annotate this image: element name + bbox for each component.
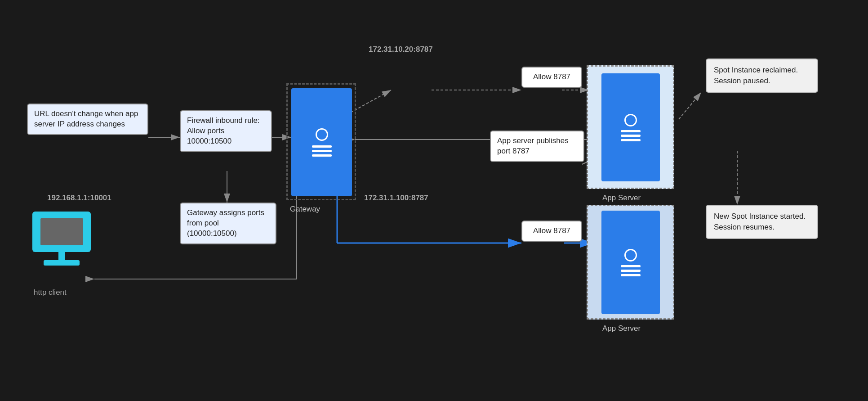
gateway-server-lines <box>312 145 332 157</box>
app-server-top-line1 <box>621 130 641 132</box>
url-change-box: URL doesn't change when app server IP ad… <box>27 104 148 135</box>
gateway-server-line1 <box>312 145 332 148</box>
monitor-body <box>32 212 91 252</box>
app-server-top-outer <box>587 65 674 189</box>
new-spot-note: New Spot Instance started. Session resum… <box>706 205 818 239</box>
monitor-stand <box>58 252 65 260</box>
addr-top-label: 172.31.10.20:8787 <box>369 45 433 54</box>
gateway-server-line2 <box>312 150 332 152</box>
gateway-server-circle <box>316 128 328 141</box>
gateway-label: Gateway <box>290 205 320 214</box>
client-addr-label: 192.168.1.1:10001 <box>47 194 111 203</box>
http-client-label: http client <box>34 288 67 297</box>
app-server-top-circle <box>624 114 637 126</box>
allow-8787-top: Allow 8787 <box>521 67 582 88</box>
addr-bottom-label: 172.31.1.100:8787 <box>364 194 428 203</box>
gateway-server-outer <box>286 83 356 200</box>
svg-line-7 <box>351 90 391 113</box>
app-server-bottom-line2 <box>621 270 641 272</box>
app-server-bottom-line1 <box>621 265 641 267</box>
http-client <box>32 212 91 266</box>
app-server-top-line3 <box>621 139 641 141</box>
allow-8787-bottom: Allow 8787 <box>521 221 582 242</box>
app-server-top-line2 <box>621 135 641 137</box>
app-server-bottom-line3 <box>621 274 641 276</box>
svg-line-17 <box>679 92 701 119</box>
app-server-top-label: App Server <box>602 194 641 203</box>
app-server-bottom-lines <box>621 265 641 276</box>
app-server-publishes-box: App server publishes port 8787 <box>490 131 584 162</box>
monitor-screen <box>40 218 83 245</box>
monitor-base <box>44 260 80 266</box>
app-server-bottom-circle <box>624 249 637 261</box>
app-server-top-lines <box>621 130 641 141</box>
firewall-box: Firewall inbound rule: Allow ports 10000… <box>180 110 272 152</box>
gateway-server-line3 <box>312 154 332 157</box>
app-server-bottom-label: App Server <box>602 324 641 333</box>
gateway-server-inner <box>291 88 352 196</box>
app-server-bottom-outer <box>587 205 674 320</box>
spot-reclaimed-note: Spot Instance reclaimed. Session paused. <box>706 59 818 93</box>
gateway-assigns-box: Gateway assigns ports from pool (10000:1… <box>180 203 276 244</box>
app-server-top-inner <box>601 73 660 181</box>
app-server-bottom-inner <box>601 211 660 314</box>
